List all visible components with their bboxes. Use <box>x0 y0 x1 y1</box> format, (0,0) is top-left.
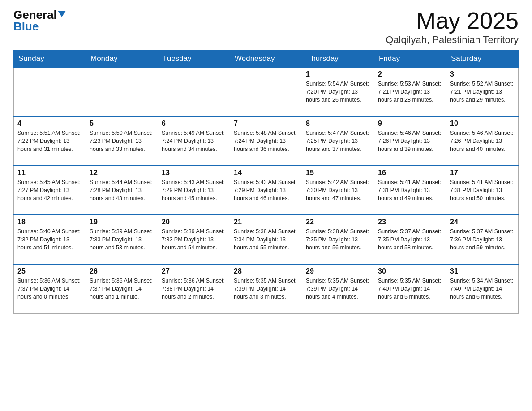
day-number: 8 <box>306 120 370 128</box>
calendar-cell: 15Sunrise: 5:42 AM Sunset: 7:30 PM Dayli… <box>302 166 374 215</box>
day-number: 14 <box>234 169 298 177</box>
calendar-cell <box>158 67 230 116</box>
day-number: 1 <box>306 70 370 78</box>
day-number: 30 <box>378 267 442 275</box>
day-number: 28 <box>234 267 298 275</box>
day-number: 27 <box>162 267 226 275</box>
day-number: 19 <box>90 218 154 226</box>
day-number: 13 <box>162 169 226 177</box>
calendar-day-header: Thursday <box>302 51 374 68</box>
day-info: Sunrise: 5:37 AM Sunset: 7:36 PM Dayligh… <box>450 227 515 252</box>
calendar-cell: 10Sunrise: 5:46 AM Sunset: 7:26 PM Dayli… <box>446 116 519 166</box>
day-number: 5 <box>90 120 154 128</box>
day-info: Sunrise: 5:48 AM Sunset: 7:24 PM Dayligh… <box>234 129 298 153</box>
calendar-week-row: 1Sunrise: 5:54 AM Sunset: 7:20 PM Daylig… <box>14 67 519 116</box>
day-number: 12 <box>90 169 154 177</box>
calendar-cell: 16Sunrise: 5:41 AM Sunset: 7:31 PM Dayli… <box>374 166 446 215</box>
day-info: Sunrise: 5:49 AM Sunset: 7:24 PM Dayligh… <box>162 129 226 153</box>
day-number: 7 <box>234 120 298 128</box>
calendar-day-header: Saturday <box>446 51 519 68</box>
day-info: Sunrise: 5:52 AM Sunset: 7:21 PM Dayligh… <box>450 80 515 104</box>
title-block: May 2025 Qalqilyah, Palestinian Territor… <box>386 9 519 46</box>
calendar-cell: 12Sunrise: 5:44 AM Sunset: 7:28 PM Dayli… <box>86 166 158 215</box>
calendar-cell: 14Sunrise: 5:43 AM Sunset: 7:29 PM Dayli… <box>230 166 302 215</box>
day-info: Sunrise: 5:35 AM Sunset: 7:39 PM Dayligh… <box>234 277 298 301</box>
calendar-day-header: Tuesday <box>158 51 230 68</box>
day-info: Sunrise: 5:54 AM Sunset: 7:20 PM Dayligh… <box>306 80 370 104</box>
day-number: 31 <box>450 267 515 275</box>
day-number: 3 <box>450 70 515 78</box>
day-number: 9 <box>378 120 442 128</box>
day-info: Sunrise: 5:43 AM Sunset: 7:29 PM Dayligh… <box>162 178 226 202</box>
day-info: Sunrise: 5:47 AM Sunset: 7:25 PM Dayligh… <box>306 129 370 153</box>
calendar-week-row: 18Sunrise: 5:40 AM Sunset: 7:32 PM Dayli… <box>14 215 519 264</box>
day-number: 20 <box>162 218 226 226</box>
day-info: Sunrise: 5:53 AM Sunset: 7:21 PM Dayligh… <box>378 80 442 104</box>
day-info: Sunrise: 5:41 AM Sunset: 7:31 PM Dayligh… <box>378 178 442 202</box>
calendar-cell: 28Sunrise: 5:35 AM Sunset: 7:39 PM Dayli… <box>230 264 302 313</box>
calendar-day-header: Friday <box>374 51 446 68</box>
day-number: 18 <box>17 218 82 226</box>
day-number: 17 <box>450 169 515 177</box>
day-number: 2 <box>378 70 442 78</box>
day-number: 4 <box>17 120 82 128</box>
day-info: Sunrise: 5:35 AM Sunset: 7:40 PM Dayligh… <box>378 277 442 301</box>
calendar-cell: 7Sunrise: 5:48 AM Sunset: 7:24 PM Daylig… <box>230 116 302 166</box>
day-info: Sunrise: 5:40 AM Sunset: 7:32 PM Dayligh… <box>17 227 82 252</box>
day-info: Sunrise: 5:39 AM Sunset: 7:33 PM Dayligh… <box>162 227 226 252</box>
day-number: 29 <box>306 267 370 275</box>
day-info: Sunrise: 5:38 AM Sunset: 7:34 PM Dayligh… <box>234 227 298 252</box>
day-info: Sunrise: 5:36 AM Sunset: 7:37 PM Dayligh… <box>17 277 82 301</box>
day-info: Sunrise: 5:38 AM Sunset: 7:35 PM Dayligh… <box>306 227 370 252</box>
calendar-cell: 20Sunrise: 5:39 AM Sunset: 7:33 PM Dayli… <box>158 215 230 264</box>
day-number: 26 <box>90 267 154 275</box>
calendar-cell: 9Sunrise: 5:46 AM Sunset: 7:26 PM Daylig… <box>374 116 446 166</box>
logo: GeneralBlue <box>13 9 66 32</box>
logo-text: GeneralBlue <box>13 9 66 32</box>
calendar-cell: 24Sunrise: 5:37 AM Sunset: 7:36 PM Dayli… <box>446 215 519 264</box>
calendar-cell <box>14 67 86 116</box>
calendar-cell: 18Sunrise: 5:40 AM Sunset: 7:32 PM Dayli… <box>14 215 86 264</box>
day-info: Sunrise: 5:37 AM Sunset: 7:35 PM Dayligh… <box>378 227 442 252</box>
month-year-title: May 2025 <box>386 9 519 32</box>
day-number: 23 <box>378 218 442 226</box>
calendar-cell: 19Sunrise: 5:39 AM Sunset: 7:33 PM Dayli… <box>86 215 158 264</box>
calendar-cell: 26Sunrise: 5:36 AM Sunset: 7:37 PM Dayli… <box>86 264 158 313</box>
calendar-cell: 17Sunrise: 5:41 AM Sunset: 7:31 PM Dayli… <box>446 166 519 215</box>
day-info: Sunrise: 5:39 AM Sunset: 7:33 PM Dayligh… <box>90 227 154 252</box>
day-number: 6 <box>162 120 226 128</box>
calendar-cell: 27Sunrise: 5:36 AM Sunset: 7:38 PM Dayli… <box>158 264 230 313</box>
page-header: GeneralBlue May 2025 Qalqilyah, Palestin… <box>13 9 519 46</box>
calendar-cell: 22Sunrise: 5:38 AM Sunset: 7:35 PM Dayli… <box>302 215 374 264</box>
calendar-cell: 25Sunrise: 5:36 AM Sunset: 7:37 PM Dayli… <box>14 264 86 313</box>
calendar-cell: 29Sunrise: 5:35 AM Sunset: 7:39 PM Dayli… <box>302 264 374 313</box>
calendar-week-row: 11Sunrise: 5:45 AM Sunset: 7:27 PM Dayli… <box>14 166 519 215</box>
day-info: Sunrise: 5:35 AM Sunset: 7:39 PM Dayligh… <box>306 277 370 301</box>
calendar-cell: 6Sunrise: 5:49 AM Sunset: 7:24 PM Daylig… <box>158 116 230 166</box>
day-info: Sunrise: 5:46 AM Sunset: 7:26 PM Dayligh… <box>378 129 442 153</box>
day-number: 16 <box>378 169 442 177</box>
calendar-week-row: 4Sunrise: 5:51 AM Sunset: 7:22 PM Daylig… <box>14 116 519 166</box>
day-number: 22 <box>306 218 370 226</box>
calendar-cell: 8Sunrise: 5:47 AM Sunset: 7:25 PM Daylig… <box>302 116 374 166</box>
calendar-cell: 23Sunrise: 5:37 AM Sunset: 7:35 PM Dayli… <box>374 215 446 264</box>
day-info: Sunrise: 5:51 AM Sunset: 7:22 PM Dayligh… <box>17 129 82 153</box>
day-info: Sunrise: 5:45 AM Sunset: 7:27 PM Dayligh… <box>17 178 82 202</box>
day-number: 11 <box>17 169 82 177</box>
day-info: Sunrise: 5:36 AM Sunset: 7:37 PM Dayligh… <box>90 277 154 301</box>
day-info: Sunrise: 5:44 AM Sunset: 7:28 PM Dayligh… <box>90 178 154 202</box>
calendar-day-header: Monday <box>86 51 158 68</box>
calendar-cell: 31Sunrise: 5:34 AM Sunset: 7:40 PM Dayli… <box>446 264 519 313</box>
day-info: Sunrise: 5:42 AM Sunset: 7:30 PM Dayligh… <box>306 178 370 202</box>
day-number: 15 <box>306 169 370 177</box>
calendar-day-header: Wednesday <box>230 51 302 68</box>
calendar-day-header: Sunday <box>14 51 86 68</box>
day-number: 10 <box>450 120 515 128</box>
day-info: Sunrise: 5:36 AM Sunset: 7:38 PM Dayligh… <box>162 277 226 301</box>
calendar-cell <box>230 67 302 116</box>
calendar-cell: 30Sunrise: 5:35 AM Sunset: 7:40 PM Dayli… <box>374 264 446 313</box>
calendar-cell: 5Sunrise: 5:50 AM Sunset: 7:23 PM Daylig… <box>86 116 158 166</box>
day-info: Sunrise: 5:46 AM Sunset: 7:26 PM Dayligh… <box>450 129 515 153</box>
day-info: Sunrise: 5:43 AM Sunset: 7:29 PM Dayligh… <box>234 178 298 202</box>
calendar-cell: 2Sunrise: 5:53 AM Sunset: 7:21 PM Daylig… <box>374 67 446 116</box>
